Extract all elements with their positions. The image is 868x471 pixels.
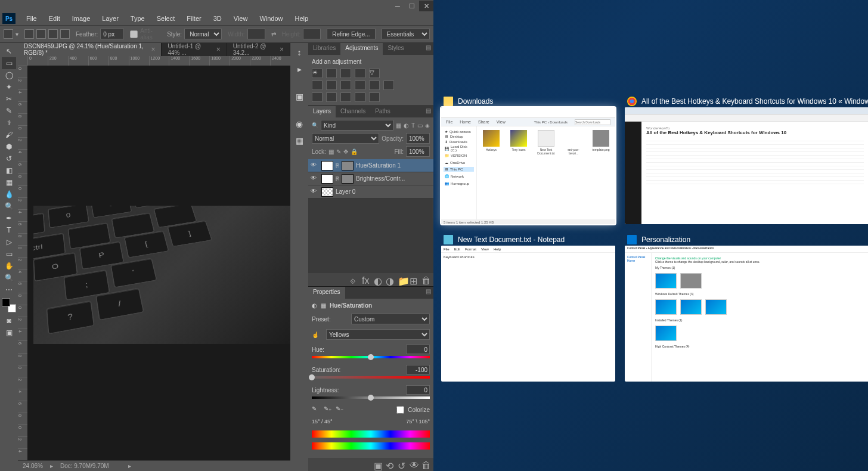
hue-range-bar-2[interactable] xyxy=(312,442,430,450)
task-view-window-chrome[interactable]: All of the Best Hotkeys & Keyboard Short… xyxy=(625,95,868,224)
hue-range-bar[interactable] xyxy=(312,430,430,438)
more-tools[interactable]: ⋯ xyxy=(2,284,16,296)
lightness-slider[interactable] xyxy=(312,395,430,401)
hue-slider[interactable] xyxy=(312,354,430,360)
clip-icon[interactable]: ▣ xyxy=(374,460,382,469)
new-layer-icon[interactable]: ⊞ xyxy=(410,275,418,284)
layer-filter-select[interactable]: Kind xyxy=(321,120,393,131)
color-lookup-icon[interactable] xyxy=(383,80,394,90)
move-tool[interactable]: ↖ xyxy=(2,45,16,57)
eraser-tool[interactable]: ◧ xyxy=(2,165,16,176)
window-thumbnail[interactable]: WonderHowTo All of the Best Hotkeys & Ke… xyxy=(625,107,868,224)
screen-mode-tool[interactable]: ▣ xyxy=(2,327,16,339)
menu-type[interactable]: Type xyxy=(125,14,151,23)
lock-position-icon[interactable]: ✥ xyxy=(343,148,348,155)
tab-adjustments[interactable]: Adjustments xyxy=(340,43,383,55)
selective-color-icon[interactable] xyxy=(369,92,380,102)
levels-icon[interactable] xyxy=(326,69,337,78)
swap-icon[interactable]: ⇄ xyxy=(271,31,276,38)
swatches-panel-icon[interactable]: ▦ xyxy=(293,135,305,147)
pen-tool[interactable]: ✒ xyxy=(2,212,16,224)
filter-type-icon[interactable]: T xyxy=(411,122,415,129)
menu-file[interactable]: File xyxy=(20,14,43,23)
threshold-icon[interactable] xyxy=(340,92,351,102)
visibility-icon[interactable]: 👁 xyxy=(311,162,319,170)
hand-tool[interactable]: ✋ xyxy=(2,260,16,272)
chevron-down-icon[interactable]: ▾ xyxy=(16,31,18,38)
menu-image[interactable]: Image xyxy=(66,14,97,23)
menu-help[interactable]: Help xyxy=(289,14,315,23)
menu-3d[interactable]: 3D xyxy=(207,14,228,23)
minimize-button[interactable]: ─ xyxy=(390,1,405,11)
fx-icon[interactable]: fx xyxy=(362,275,370,284)
saturation-slider[interactable] xyxy=(312,374,430,380)
dodge-tool[interactable]: 🔍 xyxy=(2,200,16,212)
crop-tool[interactable]: ✂ xyxy=(2,93,16,105)
hue-input[interactable] xyxy=(406,345,430,354)
task-view-window-notepad[interactable]: New Text Document.txt - Notepad FileEdit… xyxy=(441,234,615,382)
tab-channels[interactable]: Channels xyxy=(336,106,370,117)
panel-menu-icon[interactable]: ▤ xyxy=(423,287,433,299)
brush-tool[interactable]: 🖌 xyxy=(2,129,16,141)
layer-item[interactable]: 👁 ⎘ Brightness/Contr... xyxy=(308,172,433,185)
eyedropper-tool[interactable]: ✎ xyxy=(2,105,16,117)
layer-item[interactable]: 👁 Layer 0 xyxy=(308,185,433,199)
selection-intersect-icon[interactable] xyxy=(60,29,70,39)
layer-item[interactable]: 👁 ⎘ Hue/Saturation 1 xyxy=(308,159,433,172)
preset-select[interactable]: Custom xyxy=(351,314,430,324)
magic-wand-tool[interactable]: ✦ xyxy=(2,81,16,93)
window-thumbnail[interactable]: FileHomeShareView This PC › Downloads ★Q… xyxy=(441,107,615,224)
saturation-input[interactable] xyxy=(406,365,430,374)
height-input[interactable] xyxy=(303,29,321,39)
gradient-tool[interactable]: ▦ xyxy=(2,176,16,188)
menu-layer[interactable]: Layer xyxy=(96,14,125,23)
window-thumbnail[interactable]: Control Panel › Appearance and Personali… xyxy=(625,246,868,382)
menu-filter[interactable]: Filter xyxy=(181,14,207,23)
blend-mode-select[interactable]: Normal xyxy=(312,133,379,144)
brightness-contrast-icon[interactable]: ☀ xyxy=(312,69,323,78)
lock-transparency-icon[interactable]: ▦ xyxy=(328,148,334,155)
close-icon[interactable]: × xyxy=(216,45,221,54)
canvas[interactable]: alt ctrl 9 0 - = O P [ ] xyxy=(27,66,290,460)
eyedropper-subtract-icon[interactable]: ✎₋ xyxy=(336,405,344,414)
colorize-checkbox[interactable] xyxy=(396,406,404,414)
ruler-vertical[interactable]: 024680246802468024680246802468024 xyxy=(18,66,27,460)
lock-pixels-icon[interactable]: ✎ xyxy=(336,148,341,155)
opacity-input[interactable] xyxy=(406,133,430,144)
blur-tool[interactable]: 💧 xyxy=(2,188,16,200)
filter-shape-icon[interactable]: ▭ xyxy=(417,122,423,129)
window-thumbnail[interactable]: FileEditFormatViewHelp Keyboard shortcut… xyxy=(441,246,615,382)
menu-select[interactable]: Select xyxy=(151,14,181,23)
zoom-tool[interactable]: 🔍 xyxy=(2,272,16,284)
feather-input[interactable] xyxy=(100,29,124,39)
zoom-icon[interactable]: ▸ xyxy=(50,463,53,469)
gradient-map-icon[interactable] xyxy=(355,92,365,102)
channel-select[interactable]: Yellows xyxy=(326,329,430,340)
zoom-level[interactable]: 24.06% xyxy=(23,463,43,469)
lasso-tool[interactable]: ◯ xyxy=(2,69,16,81)
group-icon[interactable]: 📁 xyxy=(398,275,406,284)
visibility-icon[interactable]: 👁 xyxy=(311,188,319,196)
width-input[interactable] xyxy=(247,29,265,39)
workspace-select[interactable]: Essentials xyxy=(382,29,430,39)
document-tab[interactable]: Untitled-1 @ 44% ...× xyxy=(162,43,227,56)
color-balance-icon[interactable] xyxy=(326,80,337,90)
menu-view[interactable]: View xyxy=(228,14,254,23)
close-icon[interactable]: × xyxy=(280,45,284,54)
document-tab[interactable]: Untitled-2 @ 34.2...× xyxy=(227,43,290,56)
hue-saturation-icon[interactable] xyxy=(312,80,323,90)
task-view-window-personalization[interactable]: Personalization Control Panel › Appearan… xyxy=(625,234,868,382)
menu-window[interactable]: Window xyxy=(253,14,289,23)
filter-pixel-icon[interactable]: ▦ xyxy=(396,122,401,129)
path-selection-tool[interactable]: ▷ xyxy=(2,236,16,248)
shape-tool[interactable]: ▭ xyxy=(2,248,16,260)
marquee-tool-icon[interactable] xyxy=(4,29,13,39)
style-select[interactable]: Normal xyxy=(184,29,222,39)
healing-brush-tool[interactable]: ⚕ xyxy=(2,117,16,129)
layer-thumbnail[interactable] xyxy=(321,187,333,197)
type-tool[interactable]: T xyxy=(2,224,16,236)
tab-styles[interactable]: Styles xyxy=(383,43,408,55)
tab-paths[interactable]: Paths xyxy=(370,106,395,117)
history-icon[interactable]: ↕ xyxy=(293,47,305,58)
selection-subtract-icon[interactable] xyxy=(48,29,58,39)
